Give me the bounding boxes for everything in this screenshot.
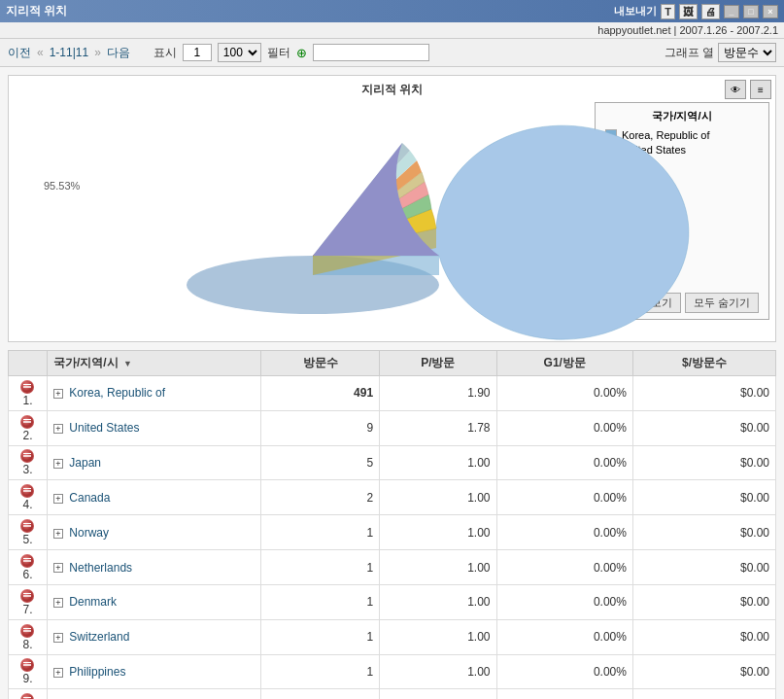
country-link[interactable]: Netherlands — [69, 561, 132, 575]
chart-panel: 지리적 위치 👁 ≡ 95.53% — [8, 75, 776, 342]
col-header-visits[interactable]: 방문수 — [261, 351, 380, 376]
row-country-cell: + United States — [48, 410, 261, 445]
row-visits: 2 — [261, 480, 380, 515]
row-country-cell: + Denmark — [48, 584, 261, 619]
close-button[interactable]: × — [763, 5, 778, 18]
expand-icon[interactable]: + — [53, 633, 63, 643]
row-rank-cell: 3. — [9, 445, 48, 480]
row-rank: 5. — [22, 533, 32, 546]
row-visits: 1 — [261, 689, 380, 699]
row-rank-cell: 10. — [9, 689, 48, 699]
row-g1: 0.00% — [496, 584, 632, 619]
country-link[interactable]: Denmark — [69, 595, 117, 609]
filter-input[interactable] — [313, 44, 429, 61]
expand-icon[interactable]: + — [53, 668, 63, 678]
page-range[interactable]: 1-11|11 — [50, 46, 88, 59]
row-pv: 1.78 — [380, 410, 496, 445]
table-row: 4. + Canada 2 1.00 0.00% $0.00 — [9, 480, 776, 515]
title-bar-controls: 내보내기 T 🖼 🖨 _ □ × — [614, 4, 778, 19]
row-rank-cell: 4. — [9, 480, 48, 515]
country-link[interactable]: Switzerland — [69, 630, 129, 644]
row-dollar: $0.00 — [632, 654, 775, 689]
hide-all-button[interactable]: 모두 숨기기 — [685, 293, 759, 313]
table-row: 7. + Denmark 1 1.00 0.00% $0.00 — [9, 584, 776, 619]
table-row: 3. + Japan 5 1.00 0.00% $0.00 — [9, 445, 776, 480]
expand-icon[interactable]: + — [53, 424, 63, 434]
title-bar: 지리적 위치 내보내기 T 🖼 🖨 _ □ × — [0, 0, 784, 22]
legend-item-label: Korea, Republic of — [622, 129, 710, 141]
country-link[interactable]: United States — [69, 421, 139, 435]
table-row: 5. + Norway 1 1.00 0.00% $0.00 — [9, 515, 776, 550]
country-link[interactable]: Japan — [69, 456, 101, 470]
display-label: 표시 — [153, 45, 177, 61]
row-icon — [20, 693, 34, 699]
eye-icon-button[interactable]: 👁 — [725, 80, 746, 99]
country-link[interactable]: Korea, Republic of — [69, 386, 165, 400]
icon-print: 🖨 — [701, 4, 720, 19]
prev-link[interactable]: 이전 — [8, 45, 31, 61]
row-rank: 2. — [22, 429, 32, 442]
row-icon — [20, 589, 34, 603]
row-dollar: $0.00 — [632, 515, 775, 550]
row-g1: 0.00% — [496, 619, 632, 654]
page-input[interactable] — [183, 44, 212, 61]
site-date-info: happyoutlet.net | 2007.1.26 - 2007.2.1 — [597, 24, 778, 36]
row-country-cell: + Netherlands — [48, 550, 261, 585]
row-pv: 1.00 — [380, 689, 496, 699]
row-country-cell: + Norway — [48, 515, 261, 550]
row-country-cell: + Canada — [48, 480, 261, 515]
pie-percent-label: 95.53% — [44, 180, 80, 192]
row-visits: 1 — [261, 515, 380, 550]
expand-icon[interactable]: + — [53, 459, 63, 469]
row-dollar: $0.00 — [632, 445, 775, 480]
row-rank: 4. — [22, 498, 32, 511]
row-rank: 9. — [22, 672, 32, 685]
row-rank-cell: 7. — [9, 584, 48, 619]
col-header-pv[interactable]: P/방문 — [380, 351, 496, 376]
minimize-button[interactable]: _ — [724, 5, 739, 18]
row-pv: 1.00 — [380, 584, 496, 619]
row-icon — [20, 380, 34, 394]
col-header-country[interactable]: 국가/지역/시 ▼ — [48, 351, 261, 376]
col-header-g1[interactable]: G1/방문 — [496, 351, 632, 376]
table-icon-button[interactable]: ≡ — [750, 80, 771, 99]
row-icon — [20, 624, 34, 638]
next-link[interactable]: 다음 — [107, 45, 130, 61]
country-link[interactable]: Philippines — [69, 665, 125, 679]
expand-icon[interactable]: + — [53, 389, 63, 399]
maximize-button[interactable]: □ — [743, 5, 759, 18]
row-visits: 1 — [261, 619, 380, 654]
chart-title: 지리적 위치 — [15, 82, 769, 98]
row-dollar: $0.00 — [632, 376, 775, 411]
expand-icon[interactable]: + — [53, 494, 63, 504]
country-link[interactable]: Norway — [69, 526, 109, 540]
row-rank-cell: 8. — [9, 619, 48, 654]
row-pv: 1.00 — [380, 619, 496, 654]
graph-label: 그래프 열 — [665, 45, 714, 61]
country-link[interactable]: Canada — [69, 491, 110, 505]
expand-icon[interactable]: + — [53, 529, 63, 539]
sort-arrow: ▼ — [123, 359, 132, 368]
expand-icon[interactable]: + — [53, 598, 63, 608]
graph-select[interactable]: 방문수 P/방문 — [718, 43, 776, 62]
row-pv: 1.00 — [380, 445, 496, 480]
table-body: 1. + Korea, Republic of 491 1.90 0.00% $… — [9, 376, 776, 700]
row-g1: 0.00% — [496, 550, 632, 585]
row-g1: 0.00% — [496, 480, 632, 515]
col-header-dollar[interactable]: $/방문수 — [632, 351, 775, 376]
per-page-select[interactable]: 100 50 25 — [218, 43, 261, 62]
row-visits: 5 — [261, 445, 380, 480]
row-icon — [20, 658, 34, 672]
data-table: 국가/지역/시 ▼ 방문수 P/방문 G1/방문 $/방문수 1. — [8, 350, 776, 699]
legend-title: 국가/지역/시 — [605, 109, 759, 123]
row-rank-cell: 2. — [9, 410, 48, 445]
expand-icon[interactable]: + — [53, 563, 63, 573]
row-country-cell: + Philippines — [48, 654, 261, 689]
row-g1: 0.00% — [496, 515, 632, 550]
table-header-row: 국가/지역/시 ▼ 방문수 P/방문 G1/방문 $/방문수 — [9, 351, 776, 376]
row-icon — [20, 484, 34, 498]
window-title: 지리적 위치 — [6, 3, 67, 19]
row-rank-cell: 9. — [9, 654, 48, 689]
row-pv: 1.00 — [380, 550, 496, 585]
row-g1: 0.00% — [496, 445, 632, 480]
